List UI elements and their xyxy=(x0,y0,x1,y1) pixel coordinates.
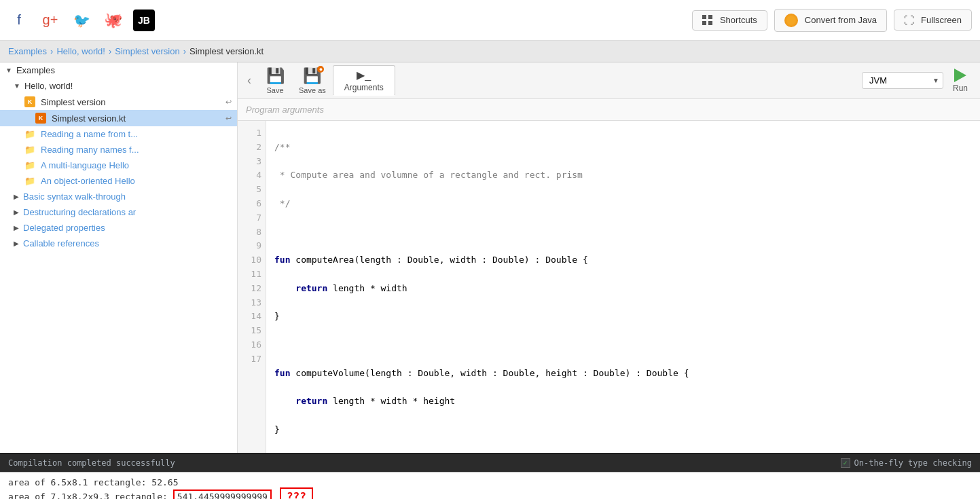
line-number: 7 xyxy=(242,211,261,225)
output-line2-prefix: area of 7.1x8.2x9.3 rectangle: xyxy=(8,492,168,499)
code-area[interactable]: /** * Compute area and volumne of a rect… xyxy=(266,121,980,453)
line-number: 8 xyxy=(242,225,261,240)
line-number: 4 xyxy=(242,168,261,183)
run-button[interactable]: Run xyxy=(945,66,976,96)
folder-icon: 📁 xyxy=(24,129,35,139)
topbar-left: f g+ 🐦 🐙 JB xyxy=(8,10,155,31)
status-message: Compilation completed successfully xyxy=(8,458,175,468)
sidebar-item-simplest-version[interactable]: K Simplest version ↩ xyxy=(0,94,237,110)
expand-icon: ▼ xyxy=(5,67,12,74)
back-button[interactable]: ‹ xyxy=(242,71,257,90)
breadcrumb: Examples › Hello, world! › Simplest vers… xyxy=(0,41,980,62)
breadcrumb-current: Simplest version.kt xyxy=(189,46,264,56)
sidebar-item-callable-refs[interactable]: ▶ Callable references xyxy=(0,236,237,251)
expand-icon: ▶ xyxy=(14,224,19,232)
save-label: Save xyxy=(266,86,283,94)
shortcuts-label: Shortcuts xyxy=(720,15,757,25)
output-area: area of 6.5x8.1 rectangle: 52.65 area of… xyxy=(0,472,980,499)
sidebar-scroll[interactable]: ▼ Examples ▼ Hello, world! K Simplest ve… xyxy=(0,62,237,453)
bc-sep-1: › xyxy=(50,46,53,56)
fullscreen-label: Fullscreen xyxy=(921,15,962,25)
sidebar-item-label: Reading many names f... xyxy=(41,145,139,155)
breadcrumb-simplest-version[interactable]: Simplest version xyxy=(115,46,179,56)
run-icon xyxy=(954,69,966,82)
arguments-tab[interactable]: ▶_ Arguments xyxy=(333,65,395,96)
jvm-selector[interactable]: JVM JS xyxy=(862,72,943,89)
sidebar-item-reading-many-names[interactable]: 📁 Reading many names f... xyxy=(0,142,237,158)
sidebar-item-destructuring[interactable]: ▶ Destructuring declarations ar xyxy=(0,204,237,220)
sidebar-item-label: Basic syntax walk-through xyxy=(23,191,126,202)
save-as-label: Save as xyxy=(299,86,326,94)
breadcrumb-examples[interactable]: Examples xyxy=(8,46,47,56)
save-icon: 💾 xyxy=(266,67,285,85)
line-number: 16 xyxy=(242,338,261,352)
fullscreen-button[interactable]: ⛶ Fullscreen xyxy=(894,10,972,31)
topbar-right: Shortcuts Convert from Java ⛶ Fullscreen xyxy=(692,9,972,32)
sidebar-item-reading-name[interactable]: 📁 Reading a name from t... xyxy=(0,126,237,142)
shortcuts-icon xyxy=(702,15,713,26)
statusbar: Compilation completed successfully ✓ On-… xyxy=(0,453,980,472)
sidebar-item-label: Reading a name from t... xyxy=(41,129,138,139)
line-number: 9 xyxy=(242,239,261,253)
sidebar-item-oop-hello[interactable]: 📁 An object-oriented Hello xyxy=(0,173,237,189)
line-number: 5 xyxy=(242,183,261,197)
save-button[interactable]: 💾 Save xyxy=(258,64,292,97)
code-line-11: } xyxy=(274,423,972,437)
breadcrumb-hello-world[interactable]: Hello, world! xyxy=(56,46,105,56)
sidebar-item-label: Simplest version xyxy=(41,97,105,107)
expand-icon: ▶ xyxy=(14,240,19,247)
line-number: 13 xyxy=(242,296,261,310)
sidebar-item-label: Simplest version.kt xyxy=(52,113,126,124)
expand-icon: ▶ xyxy=(14,208,19,216)
googleplus-icon[interactable]: g+ xyxy=(39,10,61,31)
content-area: ‹ 💾 Save 💾● Save as ▶_ Arguments JVM JS xyxy=(238,62,980,453)
sidebar-item-multi-language[interactable]: 📁 A multi-language Hello xyxy=(0,158,237,173)
toolbar: ‹ 💾 Save 💾● Save as ▶_ Arguments JVM JS xyxy=(238,62,980,99)
save-as-button[interactable]: 💾● Save as xyxy=(293,64,331,97)
code-line-8 xyxy=(274,338,972,352)
folder-icon: 📁 xyxy=(24,176,35,186)
code-line-6: return length * width xyxy=(274,282,972,296)
line-number: 6 xyxy=(242,197,261,211)
github-icon[interactable]: 🐙 xyxy=(102,10,124,31)
code-line-2: * Compute area and volumne of a rectangl… xyxy=(274,168,972,183)
kt-file-icon: K xyxy=(35,113,46,124)
code-line-9: fun computeVolume(length : Double, width… xyxy=(274,367,972,381)
run-label: Run xyxy=(953,84,968,93)
sidebar-item-basic-syntax[interactable]: ▶ Basic syntax walk-through xyxy=(0,189,237,204)
sidebar-item-label: Delegated properties xyxy=(23,223,105,233)
sidebar-item-hello-world[interactable]: ▼ Hello, world! xyxy=(0,78,237,94)
code-line-12 xyxy=(274,451,972,453)
convert-from-java-button[interactable]: Convert from Java xyxy=(774,9,887,32)
arguments-label: Arguments xyxy=(344,83,384,92)
fly-check-label: On-the-fly type checking xyxy=(854,458,972,468)
convert-icon xyxy=(784,14,798,27)
revert-icon: ↩ xyxy=(225,98,232,107)
fly-check-wrapper: ✓ On-the-fly type checking xyxy=(841,458,972,468)
sidebar-item-label: Callable references xyxy=(23,238,99,248)
output-line2-value: 541.4459999999999 xyxy=(173,489,272,499)
facebook-icon[interactable]: f xyxy=(8,10,30,31)
sidebar-item-examples[interactable]: ▼ Examples xyxy=(0,62,237,78)
line-number: 15 xyxy=(242,324,261,338)
sidebar-item-delegated-props[interactable]: ▶ Delegated properties xyxy=(0,220,237,236)
sidebar-item-simplest-version-kt[interactable]: K Simplest version.kt ↩ xyxy=(0,110,237,126)
folder-icon: 📁 xyxy=(24,145,35,155)
sidebar-item-label: Hello, world! xyxy=(24,81,73,91)
twitter-icon[interactable]: 🐦 xyxy=(71,10,92,31)
program-arguments-bar: Program arguments xyxy=(238,99,980,121)
output-line-2: area of 7.1x8.2x9.3 rectangle: 541.44599… xyxy=(8,487,972,499)
jetbrains-icon[interactable]: JB xyxy=(133,10,155,31)
sidebar-item-label: Destructuring declarations ar xyxy=(23,207,136,217)
bc-sep-3: › xyxy=(183,46,186,56)
revert-icon: ↩ xyxy=(225,114,232,123)
line-number: 11 xyxy=(242,267,261,282)
line-number: 17 xyxy=(242,352,261,367)
line-number: 12 xyxy=(242,282,261,296)
fly-check-checkbox[interactable]: ✓ xyxy=(841,458,850,468)
line-number: 3 xyxy=(242,155,261,169)
code-editor[interactable]: 1 2 3 4 5 6 7 8 9 10 11 12 13 14 15 16 1 xyxy=(238,121,980,453)
output-error-badge: ??? xyxy=(280,487,313,499)
code-line-7: } xyxy=(274,310,972,324)
shortcuts-button[interactable]: Shortcuts xyxy=(692,10,767,31)
